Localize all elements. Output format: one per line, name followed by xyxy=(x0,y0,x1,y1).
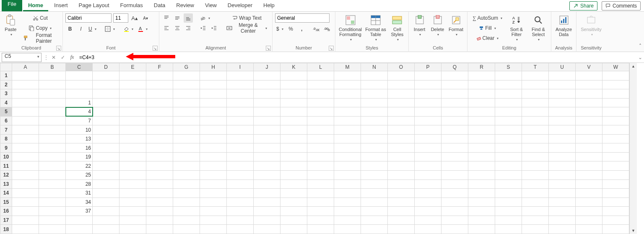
cell-U5[interactable] xyxy=(549,107,576,117)
cell-E5[interactable] xyxy=(119,107,146,117)
cell-I5[interactable] xyxy=(227,107,254,117)
cell-V15[interactable] xyxy=(576,198,602,207)
cell-B8[interactable] xyxy=(39,134,66,143)
cell-U18[interactable] xyxy=(549,225,576,234)
cell-Q6[interactable] xyxy=(441,116,468,125)
row-header-11[interactable]: 11 xyxy=(0,161,12,171)
cell-G18[interactable] xyxy=(173,225,200,234)
tab-file[interactable]: File xyxy=(2,0,22,11)
cell-B7[interactable] xyxy=(39,125,66,135)
cell-A4[interactable] xyxy=(12,98,39,107)
fill-color-button[interactable] xyxy=(122,24,135,34)
row-header-14[interactable]: 14 xyxy=(0,189,12,198)
cell-T6[interactable] xyxy=(522,116,549,125)
wrap-text-button[interactable]: Wrap Text xyxy=(224,13,270,23)
cell-D12[interactable] xyxy=(93,171,119,180)
cell-P1[interactable] xyxy=(415,71,441,81)
column-header-A[interactable]: A xyxy=(12,63,39,71)
cell-P12[interactable] xyxy=(415,171,441,180)
analyze-data-button[interactable]: Analyze Data xyxy=(554,13,574,38)
cell-C4[interactable]: 1 xyxy=(66,98,93,107)
cell-B12[interactable] xyxy=(39,171,66,180)
decrease-font-button[interactable]: A▾ xyxy=(141,13,150,23)
cell-N5[interactable] xyxy=(361,107,388,117)
cell-P13[interactable] xyxy=(415,179,441,189)
cell-G1[interactable] xyxy=(173,71,200,81)
cell-P9[interactable] xyxy=(415,143,441,153)
cell-E2[interactable] xyxy=(119,80,146,89)
row-header-4[interactable]: 4 xyxy=(0,98,12,107)
cell-E13[interactable] xyxy=(119,179,146,189)
cell-U7[interactable] xyxy=(549,125,576,135)
cell-J2[interactable] xyxy=(254,80,280,89)
cell-R9[interactable] xyxy=(468,143,495,153)
column-header-N[interactable]: N xyxy=(361,63,388,71)
increase-decimal-button[interactable]: .0.00 xyxy=(312,24,321,34)
cell-W3[interactable] xyxy=(602,89,629,99)
cell-I16[interactable] xyxy=(227,207,254,216)
cell-I1[interactable] xyxy=(227,71,254,81)
cell-N4[interactable] xyxy=(361,98,388,107)
align-top-button[interactable] xyxy=(162,13,171,23)
expand-formula-bar-button[interactable]: ⌄ xyxy=(636,55,644,60)
cell-W10[interactable] xyxy=(602,152,629,161)
cell-F10[interactable] xyxy=(146,152,173,161)
vertical-scrollbar[interactable]: ▲ ▼ xyxy=(629,63,637,234)
cell-H10[interactable] xyxy=(200,152,227,161)
cell-T13[interactable] xyxy=(522,179,549,189)
cell-L7[interactable] xyxy=(307,125,334,135)
cell-L8[interactable] xyxy=(307,134,334,143)
cell-A12[interactable] xyxy=(12,171,39,180)
cell-P8[interactable] xyxy=(415,134,441,143)
cell-J12[interactable] xyxy=(254,171,280,180)
align-middle-button[interactable] xyxy=(173,13,182,23)
format-cells-button[interactable]: Format xyxy=(447,13,465,37)
cell-T10[interactable] xyxy=(522,152,549,161)
cell-S15[interactable] xyxy=(495,198,522,207)
cell-U16[interactable] xyxy=(549,207,576,216)
cell-P17[interactable] xyxy=(415,216,441,225)
cell-U3[interactable] xyxy=(549,89,576,99)
cell-V13[interactable] xyxy=(576,179,602,189)
cell-I8[interactable] xyxy=(227,134,254,143)
cell-J18[interactable] xyxy=(254,225,280,234)
cell-N15[interactable] xyxy=(361,198,388,207)
row-header-12[interactable]: 12 xyxy=(0,171,12,180)
cell-C8[interactable]: 13 xyxy=(66,134,93,143)
cell-R10[interactable] xyxy=(468,152,495,161)
cell-F3[interactable] xyxy=(146,89,173,99)
cell-M12[interactable] xyxy=(334,171,361,180)
cell-U1[interactable] xyxy=(549,71,576,81)
cell-N12[interactable] xyxy=(361,171,388,180)
name-box[interactable]: C5 ▾ xyxy=(2,53,42,62)
cell-E9[interactable] xyxy=(119,143,146,153)
cell-S16[interactable] xyxy=(495,207,522,216)
cell-E1[interactable] xyxy=(119,71,146,81)
cell-Q5[interactable] xyxy=(441,107,468,117)
cell-R11[interactable] xyxy=(468,161,495,171)
column-header-J[interactable]: J xyxy=(254,63,280,71)
cell-H2[interactable] xyxy=(200,80,227,89)
cell-W7[interactable] xyxy=(602,125,629,135)
cell-W9[interactable] xyxy=(602,143,629,153)
font-size-combo[interactable] xyxy=(113,13,128,23)
cell-Q15[interactable] xyxy=(441,198,468,207)
cell-L15[interactable] xyxy=(307,198,334,207)
cell-M6[interactable] xyxy=(334,116,361,125)
cell-R16[interactable] xyxy=(468,207,495,216)
share-button[interactable]: Share xyxy=(569,1,597,10)
cell-P15[interactable] xyxy=(415,198,441,207)
cell-K10[interactable] xyxy=(280,152,307,161)
cell-P18[interactable] xyxy=(415,225,441,234)
cell-Q7[interactable] xyxy=(441,125,468,135)
cell-U9[interactable] xyxy=(549,143,576,153)
cell-F1[interactable] xyxy=(146,71,173,81)
cell-D3[interactable] xyxy=(93,89,119,99)
cell-F14[interactable] xyxy=(146,189,173,198)
column-header-G[interactable]: G xyxy=(173,63,200,71)
cell-F16[interactable] xyxy=(146,207,173,216)
cell-A8[interactable] xyxy=(12,134,39,143)
cell-U13[interactable] xyxy=(549,179,576,189)
cell-L9[interactable] xyxy=(307,143,334,153)
cell-I15[interactable] xyxy=(227,198,254,207)
